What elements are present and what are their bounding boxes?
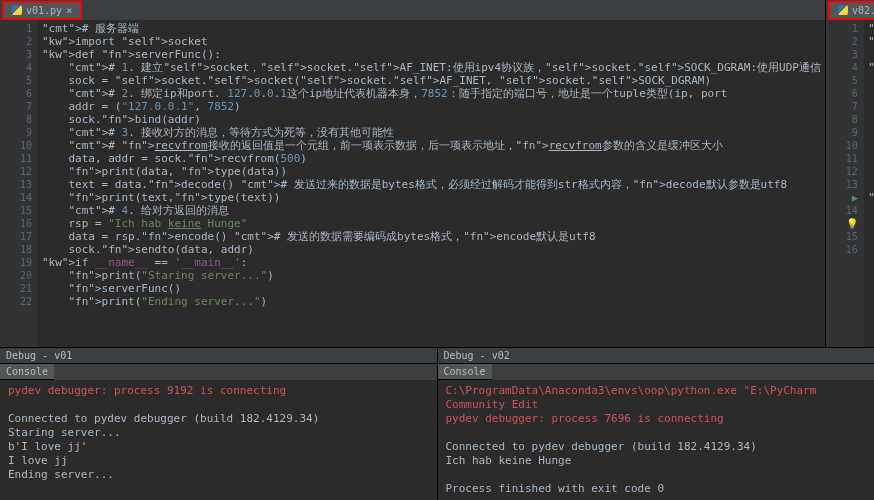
editors-split: v01.py × 1234567891011121314151617181920… bbox=[0, 0, 874, 347]
code-area[interactable]: "cmt"># 客户端Client"kw">import "self">sock… bbox=[864, 20, 874, 347]
debug-title: Debug - v01 bbox=[0, 348, 437, 364]
left-pane: v01.py × 1234567891011121314151617181920… bbox=[0, 0, 826, 347]
tab-label: v01.py bbox=[26, 5, 62, 16]
line-gutter: 12345678910111213141516171819202122 bbox=[0, 20, 38, 347]
right-pane: v02.py × 12345678910111213▶ 14💡 1516 "cm… bbox=[826, 0, 874, 347]
console-output[interactable]: pydev debugger: process 9192 is connecti… bbox=[0, 380, 437, 500]
debug-title: Debug - v02 bbox=[438, 348, 875, 364]
console-tab[interactable]: Console bbox=[438, 364, 492, 380]
code-area[interactable]: "cmt"># 服务器端"kw">import "self">socket"kw… bbox=[38, 20, 825, 347]
tab-label: v02.py bbox=[852, 5, 874, 16]
line-gutter: 12345678910111213▶ 14💡 1516 bbox=[826, 20, 864, 347]
debug-split: Debug - v01 Console pydev debugger: proc… bbox=[0, 347, 874, 500]
console-tab[interactable]: Console bbox=[0, 364, 54, 380]
tab-bar-right: v02.py × bbox=[826, 0, 874, 20]
editor-right[interactable]: 12345678910111213▶ 14💡 1516 "cmt"># 客户端C… bbox=[826, 20, 874, 347]
console-output[interactable]: C:\ProgramData\Anaconda3\envs\oop\python… bbox=[438, 380, 875, 500]
command-line: C:\ProgramData\Anaconda3\envs\oop\python… bbox=[446, 384, 867, 412]
tab-bar-left: v01.py × bbox=[0, 0, 825, 20]
debug-right: Debug - v02 Console C:\ProgramData\Anaco… bbox=[437, 347, 875, 500]
python-file-icon bbox=[12, 5, 22, 15]
editor-left[interactable]: 12345678910111213141516171819202122 "cmt… bbox=[0, 20, 825, 347]
tab-v01[interactable]: v01.py × bbox=[2, 1, 82, 20]
python-file-icon bbox=[838, 5, 848, 15]
tab-v02[interactable]: v02.py × bbox=[828, 1, 874, 20]
close-icon[interactable]: × bbox=[66, 5, 72, 16]
debug-left: Debug - v01 Console pydev debugger: proc… bbox=[0, 347, 437, 500]
